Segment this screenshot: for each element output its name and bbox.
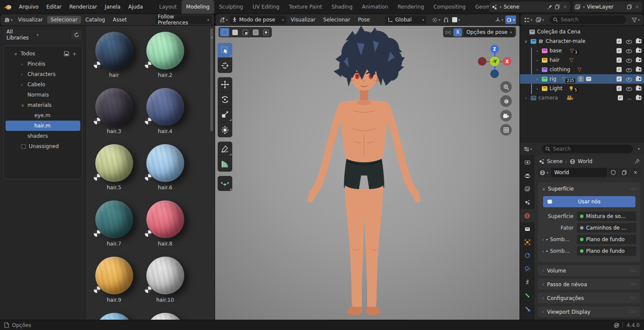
expand-arrow[interactable]: › bbox=[21, 72, 27, 77]
outliner-row-rig[interactable]: › rig ▽ 235 bbox=[520, 74, 644, 84]
expand-arrow[interactable]: › bbox=[535, 77, 540, 82]
expand-arrow[interactable]: › bbox=[535, 58, 540, 63]
expand-arrow[interactable]: › bbox=[535, 67, 540, 72]
render-camera-icon[interactable] bbox=[636, 86, 641, 91]
world-datablock-dropdown[interactable]: ▾ bbox=[538, 168, 550, 177]
expand-arrow[interactable]: › bbox=[21, 62, 27, 67]
network-offline-icon[interactable] bbox=[614, 322, 620, 328]
render-camera-icon[interactable] bbox=[636, 77, 641, 81]
eye-icon[interactable] bbox=[626, 86, 632, 91]
pivot-point-dropdown[interactable]: ▾ bbox=[431, 15, 441, 24]
asset-header-menu[interactable]: Selecionar bbox=[47, 16, 81, 24]
catalog-item[interactable]: eye.m bbox=[6, 110, 80, 121]
properties-search[interactable] bbox=[542, 145, 633, 153]
node-value-chip[interactable]: Plano de fundo bbox=[577, 235, 636, 244]
save-icon[interactable] bbox=[64, 51, 69, 56]
workspace-tab[interactable]: Shading bbox=[327, 0, 357, 14]
tool-scale[interactable] bbox=[218, 107, 232, 122]
eye-icon[interactable] bbox=[626, 76, 632, 82]
expand-arrow[interactable]: ∨ bbox=[14, 51, 21, 56]
editor-type-outliner-icon[interactable]: ▾ bbox=[523, 15, 534, 24]
tab-constraints[interactable] bbox=[520, 249, 535, 262]
asset-item[interactable]: hair.9 bbox=[88, 257, 140, 303]
filter-dropdown[interactable]: ▾ bbox=[630, 15, 641, 24]
catalog-item[interactable]: shaders bbox=[6, 131, 80, 141]
library-dropdown[interactable]: All Libraries ▾ bbox=[3, 30, 70, 39]
tab-physics[interactable] bbox=[520, 262, 535, 276]
copy-datablock-icon[interactable] bbox=[619, 168, 629, 177]
render-camera-icon[interactable] bbox=[636, 67, 641, 72]
zoom-button[interactable] bbox=[500, 81, 512, 93]
outliner-search-input[interactable] bbox=[561, 17, 604, 23]
outliner-row-clothing[interactable]: › clothing ▽ bbox=[520, 65, 644, 74]
workspace-tab[interactable]: Modeling bbox=[182, 0, 215, 14]
catalog-item-root[interactable]: ∨ Todos + bbox=[6, 48, 80, 59]
outliner-search[interactable] bbox=[550, 15, 626, 24]
status-left-label[interactable]: Opções bbox=[12, 322, 31, 328]
eye-closed-icon[interactable] bbox=[627, 97, 632, 100]
catalog-item[interactable]: › Pincéis bbox=[6, 59, 80, 69]
select-mode-set[interactable] bbox=[220, 28, 229, 36]
node-value-chip[interactable]: Mistura de so... bbox=[577, 212, 636, 221]
tool-move[interactable] bbox=[218, 77, 232, 92]
tool-annotate[interactable] bbox=[218, 142, 232, 157]
transform-orientation-dropdown[interactable]: Global ▾ bbox=[385, 15, 426, 24]
catalog-item[interactable]: › Characters bbox=[6, 69, 80, 79]
asset-item[interactable]: hair.3 bbox=[88, 88, 140, 135]
axis-z[interactable]: Z bbox=[490, 45, 499, 53]
tab-world[interactable] bbox=[520, 209, 535, 222]
scene-selector[interactable]: ▾ Scene × bbox=[489, 2, 570, 12]
axis-z-neg[interactable] bbox=[490, 70, 499, 78]
remove-viewlayer-icon[interactable]: × bbox=[634, 4, 640, 10]
drag-grip-icon[interactable]: ∷∷ bbox=[630, 187, 636, 191]
outliner-row-character[interactable]: ∨ Character-male bbox=[520, 36, 644, 46]
workspace-tab[interactable]: UV Editing bbox=[248, 0, 284, 14]
checkbox-icon[interactable] bbox=[617, 39, 622, 44]
unlink-datablock-icon[interactable]: × bbox=[630, 168, 641, 177]
workspace-tab[interactable]: Compositing bbox=[429, 0, 471, 14]
expand-arrow[interactable]: ∨ bbox=[21, 103, 27, 108]
refresh-library-button[interactable] bbox=[71, 30, 82, 39]
select-mode-invert[interactable] bbox=[251, 28, 260, 36]
snap-magnet-icon[interactable] bbox=[442, 15, 450, 24]
world-name-field[interactable]: World bbox=[551, 168, 607, 177]
viewport-3d[interactable]: X Opções de pose ▾ bbox=[215, 26, 519, 320]
gizmos-dropdown[interactable]: ▾ bbox=[494, 15, 504, 24]
collapsed-panel[interactable]: › Passo de névoa ∷∷ bbox=[538, 279, 641, 290]
ortho-grid-button[interactable] bbox=[500, 124, 512, 136]
drag-grip-icon[interactable]: ∷∷ bbox=[630, 282, 636, 287]
overlays-toggle[interactable]: ▾ bbox=[505, 15, 516, 24]
breadcrumb-scene[interactable]: Scene bbox=[547, 158, 563, 164]
axis-x-neg[interactable] bbox=[478, 57, 486, 66]
expand-arrow[interactable]: › bbox=[535, 48, 540, 53]
viewport-menu[interactable]: Pose bbox=[355, 16, 374, 24]
workspace-tab[interactable]: Sculpting bbox=[214, 0, 248, 14]
topbar-menu[interactable]: Arquivo bbox=[15, 0, 43, 14]
tab-collection[interactable] bbox=[520, 222, 535, 236]
editor-type-viewport-icon[interactable]: ▾ bbox=[218, 15, 229, 24]
blender-logo-icon[interactable] bbox=[0, 4, 15, 10]
catalog-item-unassigned[interactable]: Unassigned bbox=[6, 141, 80, 151]
use-nodes-button[interactable]: Usar nós bbox=[543, 196, 635, 207]
pose-options-dropdown[interactable]: Opções de pose ▾ bbox=[464, 28, 514, 36]
catalog-item[interactable]: ∨ materials bbox=[6, 100, 80, 110]
catalog-item[interactable]: Normais bbox=[6, 90, 80, 100]
viewlayer-selector[interactable]: ▾ ViewLayer × bbox=[573, 2, 642, 12]
viewport-menu[interactable]: Selecionar bbox=[320, 16, 354, 24]
scrollbar[interactable] bbox=[210, 28, 213, 131]
eye-icon[interactable] bbox=[626, 67, 632, 73]
tab-object[interactable] bbox=[520, 236, 535, 249]
pin-icon[interactable] bbox=[635, 159, 640, 164]
chevron-down-icon[interactable]: ▾ bbox=[636, 147, 641, 151]
checkbox-icon[interactable] bbox=[617, 58, 622, 63]
axis-y-neg[interactable]: -Y bbox=[490, 57, 499, 66]
navigation-gizmo[interactable]: Z X -Y bbox=[478, 45, 511, 78]
expand-arrow[interactable]: › bbox=[21, 82, 27, 87]
render-camera-icon[interactable] bbox=[636, 58, 641, 62]
viewport-canvas[interactable] bbox=[215, 26, 519, 320]
asset-item[interactable]: hair bbox=[88, 32, 140, 79]
new-scene-icon[interactable] bbox=[555, 4, 560, 9]
asset-item[interactable]: hair.2 bbox=[140, 32, 191, 79]
editor-type-properties-icon[interactable]: ▾ bbox=[522, 145, 533, 153]
tab-scene[interactable] bbox=[520, 196, 535, 209]
